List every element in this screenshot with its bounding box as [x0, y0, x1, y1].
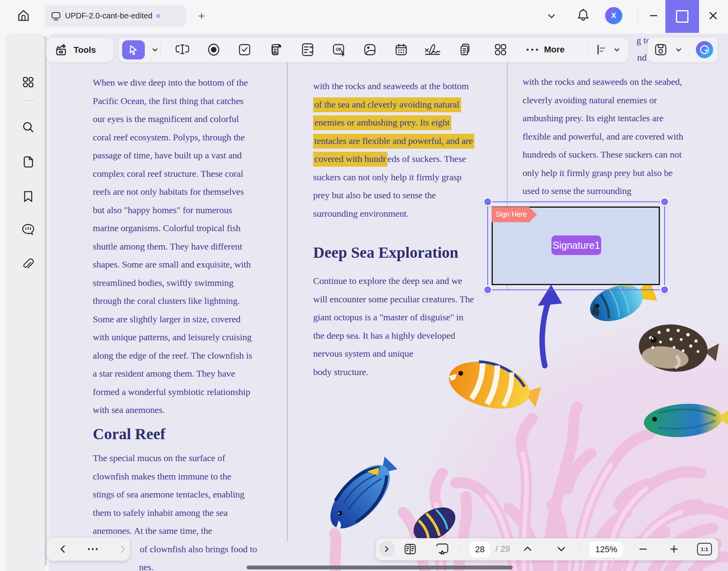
- signature-field-icon: [424, 43, 441, 57]
- save-chevron[interactable]: [670, 41, 687, 58]
- combo-box-tool[interactable]: [299, 41, 316, 58]
- divider: [460, 543, 461, 555]
- text-line: ambushing prey. Its eight tentacles are: [523, 113, 663, 124]
- search-icon: [21, 120, 35, 135]
- tabs-chevron-button[interactable]: [545, 9, 558, 23]
- text-line: shapes. Some are small and exquisite, wi…: [93, 259, 251, 270]
- page-up-button[interactable]: [519, 540, 536, 558]
- push-button-icon: OK: [332, 42, 346, 57]
- bookmark-icon: [22, 190, 34, 203]
- next-page-button[interactable]: [114, 540, 131, 558]
- actual-size-button[interactable]: 1:1: [696, 540, 713, 558]
- text-line: The special mucus on the surface of: [93, 453, 225, 463]
- page-down-button[interactable]: [553, 540, 570, 558]
- apps-grid-tool[interactable]: [492, 41, 509, 58]
- add-tab-button[interactable]: +: [195, 9, 208, 23]
- expand-button[interactable]: [378, 540, 395, 558]
- ai-assistant-button[interactable]: [696, 41, 713, 58]
- zoom-in-button[interactable]: [665, 540, 683, 558]
- attachment-icon: [21, 258, 35, 272]
- align-chevron[interactable]: [608, 41, 625, 58]
- text-line: suckers can not only help it firmly gras…: [313, 172, 461, 183]
- prev-page-button[interactable]: [54, 540, 72, 558]
- zoom-out-button[interactable]: [634, 540, 652, 558]
- page-number-input[interactable]: 28: [469, 541, 491, 558]
- text-line: giant octopus is a "master of disguise" …: [313, 312, 463, 323]
- text-line: prey but also be used to sense the: [313, 190, 436, 201]
- view-controls-pill: 28 / 29 125% 1:1: [376, 538, 718, 560]
- text-line: coral reef ecosystem. Polyps, through th…: [93, 132, 245, 143]
- text-line: Continue to explore the deep sea and we: [313, 276, 462, 286]
- sidebar-item-comments[interactable]: [20, 221, 37, 238]
- copy-icon: [458, 42, 472, 57]
- sidebar-item-search[interactable]: [20, 119, 37, 136]
- home-button[interactable]: [15, 7, 32, 24]
- date-field-tool[interactable]: [393, 41, 410, 58]
- text-line: Pacific Ocean, the first thing that catc…: [93, 96, 243, 106]
- form-toolbar: OK: [118, 37, 629, 63]
- sidebar-item-pages[interactable]: [20, 153, 37, 171]
- tools-label: Tools: [74, 45, 96, 55]
- zoom-level-input[interactable]: 125%: [589, 541, 624, 558]
- text-line: of clownfish also brings food to: [140, 544, 257, 555]
- page-nav-more-button[interactable]: [84, 540, 101, 558]
- select-tool-chevron[interactable]: [146, 41, 164, 58]
- tab-title: UPDF-2.0-cant-be-edited: [65, 11, 152, 20]
- minimize-icon: [648, 10, 660, 22]
- sidebar-item-bookmarks[interactable]: [20, 188, 37, 205]
- text-line: a star resident among them. They have: [93, 368, 235, 379]
- sidebar-item-panels[interactable]: [20, 74, 37, 91]
- tools-button[interactable]: Tools: [46, 37, 114, 63]
- document-tab[interactable]: UPDF-2.0-cant-be-edited: [45, 5, 186, 27]
- text-line: with the rocks and seaweeds on the seabe…: [523, 77, 682, 87]
- page-total-label: / 29: [496, 544, 510, 554]
- align-tool[interactable]: [593, 41, 610, 58]
- text-line: shuttle among them. They have different: [93, 241, 242, 252]
- push-button-tool[interactable]: OK: [330, 41, 348, 58]
- close-button[interactable]: [704, 6, 723, 25]
- signature-field-tool[interactable]: [424, 41, 441, 58]
- text-line: them to safely inhabit among the sea: [93, 508, 228, 518]
- list-box-tool[interactable]: [268, 41, 285, 58]
- toolbox-icon: [54, 43, 68, 57]
- text-line: will encounter some peculiar creatures. …: [313, 294, 474, 305]
- image-field-tool[interactable]: [361, 41, 378, 58]
- ellipsis-icon: [525, 47, 539, 52]
- chevron-right-icon: [117, 544, 128, 554]
- reading-mode-button[interactable]: [402, 540, 419, 558]
- text-line: reefs are not only habitats for themselv…: [93, 187, 244, 197]
- more-button[interactable]: More: [525, 41, 565, 58]
- copy-tool[interactable]: [456, 41, 474, 58]
- document-page: g to nd When we dive deep into the botto…: [49, 34, 728, 571]
- maximize-button[interactable]: [665, 0, 699, 33]
- apps-grid-icon: [22, 75, 35, 89]
- text-line: with sea anemones.: [93, 405, 165, 415]
- chevron-right-icon: [383, 545, 391, 553]
- save-toolbar: [647, 37, 718, 63]
- comment-icon: [21, 223, 35, 237]
- page-number-value: 28: [475, 544, 485, 555]
- close-icon: [707, 10, 719, 22]
- apps-grid-icon: [494, 43, 508, 57]
- minimize-button[interactable]: [644, 6, 663, 25]
- sidebar-item-attachments[interactable]: [20, 256, 37, 273]
- text-line: anemones. At the same time, the: [93, 526, 212, 536]
- select-tool-button[interactable]: [122, 40, 145, 59]
- text-field-icon: [175, 43, 190, 57]
- notifications-button[interactable]: [575, 7, 592, 24]
- horizontal-scrollbar[interactable]: [247, 566, 513, 569]
- text-field-tool[interactable]: [174, 41, 191, 58]
- more-label: More: [544, 45, 565, 55]
- present-button[interactable]: [434, 540, 451, 558]
- checkbox-tool[interactable]: [236, 41, 253, 58]
- monitor-icon: [51, 11, 61, 21]
- present-icon: [435, 542, 450, 556]
- avatar-initial: X: [611, 11, 616, 20]
- minus-icon: [638, 544, 648, 554]
- radio-button-tool[interactable]: [205, 41, 222, 58]
- maximize-icon: [676, 10, 688, 23]
- avatar[interactable]: X: [605, 7, 622, 24]
- text-line: nes.: [139, 562, 153, 571]
- text-line: Some are slightly larger in size, covere…: [93, 314, 240, 325]
- save-button[interactable]: [652, 41, 669, 58]
